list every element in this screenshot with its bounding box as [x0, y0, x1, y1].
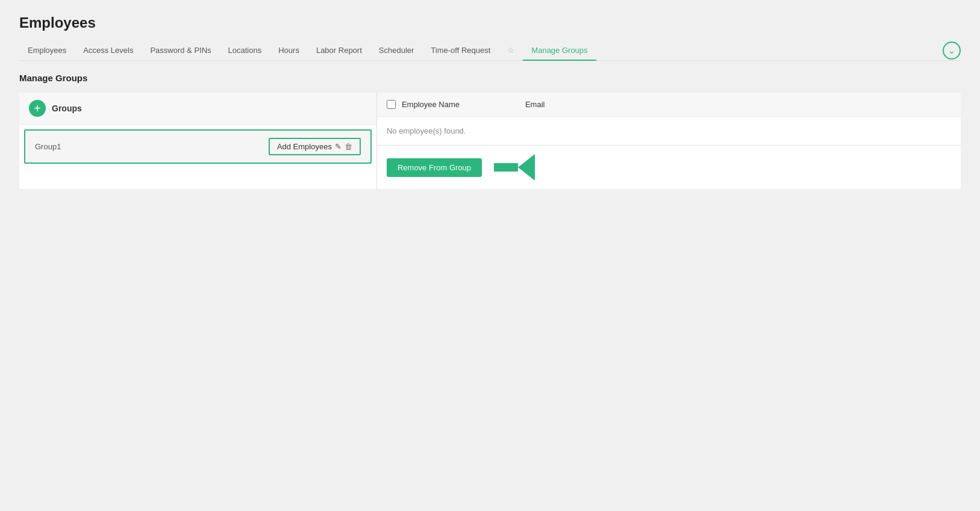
employees-body: No employee(s) found.	[377, 117, 961, 145]
tab-timeoff-request[interactable]: Time-off Request	[422, 41, 499, 61]
tab-locations[interactable]: Locations	[220, 41, 270, 61]
remove-from-group-button[interactable]: Remove From Group	[387, 158, 482, 177]
edit-icon: ✎	[335, 142, 342, 151]
chevron-down-icon[interactable]: ⌄	[943, 42, 961, 60]
page-title: Employees	[19, 14, 961, 31]
add-employees-label: Add Employees	[277, 142, 332, 151]
tab-scheduler[interactable]: Scheduler	[370, 41, 423, 61]
select-all-checkbox[interactable]	[387, 100, 396, 109]
nav-tabs: Employees Access Levels Password & PINs …	[19, 41, 961, 61]
tab-manage-groups[interactable]: Manage Groups	[523, 41, 596, 61]
section-title: Manage Groups	[19, 73, 961, 83]
arrow-indicator	[494, 154, 535, 181]
arrow-tail	[494, 163, 518, 172]
page-wrapper: Employees Employees Access Levels Passwo…	[0, 0, 980, 511]
employees-header: Employee Name Email	[377, 93, 961, 117]
employees-panel: Employee Name Email No employee(s) found…	[377, 93, 961, 189]
empty-message: No employee(s) found.	[387, 126, 466, 135]
groups-list: Group1 Add Employees ✎ 🗑	[19, 125, 376, 189]
arrow-head	[518, 154, 535, 181]
email-column-header: Email	[525, 100, 545, 109]
group-name: Group1	[35, 142, 61, 151]
trash-icon[interactable]: 🗑	[345, 142, 352, 151]
group-row: Group1 Add Employees ✎ 🗑	[24, 129, 372, 164]
employees-footer: Remove From Group	[377, 145, 961, 189]
tab-labor-report[interactable]: Labor Report	[308, 41, 370, 61]
tab-employees[interactable]: Employees	[19, 41, 75, 61]
groups-header: + Groups	[19, 93, 376, 125]
tab-hours[interactable]: Hours	[270, 41, 308, 61]
groups-panel: + Groups Group1 Add Employees ✎ 🗑	[19, 93, 377, 189]
groups-label: Groups	[52, 104, 82, 113]
main-content: + Groups Group1 Add Employees ✎ 🗑	[19, 93, 961, 189]
content-area: + Groups Group1 Add Employees ✎ 🗑	[19, 93, 961, 189]
employee-name-header: Employee Name	[402, 100, 460, 109]
group-actions: Add Employees ✎ 🗑	[269, 138, 361, 155]
tab-access-levels[interactable]: Access Levels	[75, 41, 142, 61]
star-icon[interactable]: ☆	[499, 41, 523, 61]
employee-name-column: Employee Name	[387, 100, 507, 109]
add-employees-button[interactable]: Add Employees ✎ 🗑	[269, 138, 361, 155]
tab-password-pins[interactable]: Password & PINs	[142, 41, 219, 61]
add-group-button[interactable]: +	[29, 100, 46, 117]
